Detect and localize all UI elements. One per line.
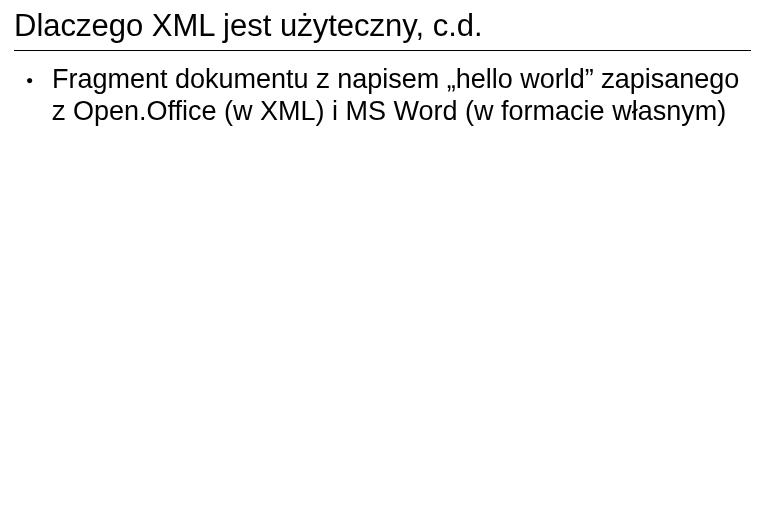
bullet-list: Fragment dokumentu z napisem „hello worl… — [22, 63, 751, 128]
slide-title: Dlaczego XML jest użyteczny, c.d. — [14, 8, 751, 51]
slide-content: Fragment dokumentu z napisem „hello worl… — [14, 63, 751, 128]
slide: Dlaczego XML jest użyteczny, c.d. Fragme… — [0, 0, 765, 510]
list-item: Fragment dokumentu z napisem „hello worl… — [22, 63, 751, 128]
